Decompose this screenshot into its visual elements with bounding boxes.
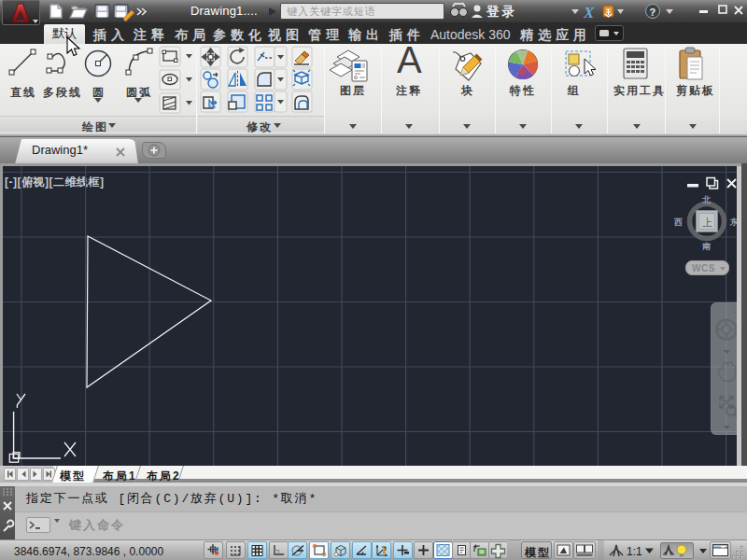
svg-text:上: 上 [702, 217, 712, 228]
svg-text:X: X [583, 4, 595, 21]
svg-text:1:1: 1:1 [627, 545, 642, 558]
svg-text:?: ? [650, 7, 656, 18]
